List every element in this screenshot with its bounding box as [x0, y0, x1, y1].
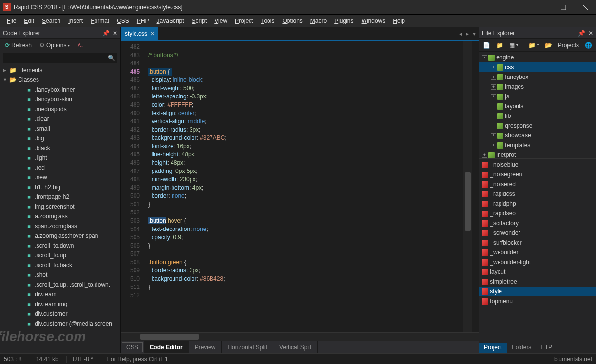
- class-item[interactable]: ◆ .fancybox-inner: [0, 85, 120, 95]
- tab-ftp[interactable]: FTP: [536, 343, 557, 353]
- menu-insert[interactable]: Insert: [64, 16, 87, 26]
- tab-menu-icon[interactable]: ▾: [473, 30, 476, 37]
- menu-options[interactable]: Options: [278, 16, 306, 26]
- hscroll-thumb[interactable]: [140, 334, 199, 340]
- file-_webuilder-light[interactable]: _webuilder-light: [479, 257, 596, 267]
- tree-elements[interactable]: ▶📁 Elements: [0, 65, 120, 75]
- menu-javascript[interactable]: JavaScript: [153, 16, 188, 26]
- panel-close-icon[interactable]: ✕: [113, 30, 117, 37]
- file-layout[interactable]: layout: [479, 267, 596, 277]
- menu-file[interactable]: File: [3, 16, 20, 26]
- maximize-button[interactable]: [552, 0, 574, 15]
- tab-project[interactable]: Project: [479, 343, 507, 353]
- folder-engine[interactable]: - engine: [479, 53, 596, 62]
- class-item[interactable]: ◆ .clear: [0, 114, 120, 124]
- folder-qresponse[interactable]: qresponse: [479, 121, 596, 131]
- code-explorer-tree[interactable]: ▶📁 Elements▼📂 Classes◆ .fancybox-inner◆ …: [0, 64, 120, 353]
- tab-prev-icon[interactable]: ◂: [459, 30, 462, 37]
- tab-stylecss[interactable]: style.css ✕: [121, 27, 158, 40]
- tab-close-icon[interactable]: ✕: [150, 31, 154, 37]
- file-_webuilder[interactable]: _webuilder: [479, 248, 596, 257]
- class-item[interactable]: ◆ .frontpage h2: [0, 192, 120, 202]
- class-item[interactable]: ◆ .light: [0, 153, 120, 163]
- folder-templates[interactable]: + templates: [479, 140, 596, 150]
- class-item[interactable]: ◆ .red: [0, 163, 120, 172]
- class-item[interactable]: ◆ .scroll_to.back: [0, 260, 120, 270]
- file-_noisegreen[interactable]: _noisegreen: [479, 170, 596, 179]
- view-icon[interactable]: ▦▾: [507, 41, 520, 50]
- class-item[interactable]: ◆ div.team: [0, 289, 120, 299]
- class-item[interactable]: ◆ div.customer (@media screen: [0, 319, 120, 328]
- class-item[interactable]: ◆ span.zoomglass: [0, 221, 120, 231]
- class-item[interactable]: ◆ .scroll_to.up, .scroll_to.down,: [0, 280, 120, 289]
- new-folder-icon[interactable]: 📁: [494, 41, 505, 50]
- tab-vertical-split[interactable]: Vertical Split: [273, 341, 318, 353]
- folder-fancybox[interactable]: + fancybox: [479, 72, 596, 82]
- file-_surfblocker[interactable]: _surfblocker: [479, 238, 596, 248]
- file-list[interactable]: _noiseblue _noisegreen _noisered _rapidc…: [479, 159, 596, 343]
- class-item[interactable]: ◆ .shot: [0, 270, 120, 280]
- tab-horizontal-split[interactable]: Horizontal Split: [222, 341, 273, 353]
- search-icon[interactable]: 🔍: [106, 55, 117, 61]
- tab-folders[interactable]: Folders: [507, 343, 536, 353]
- menu-windows[interactable]: Windows: [358, 16, 389, 26]
- menu-help[interactable]: Help: [389, 16, 409, 26]
- file-topmenu[interactable]: topmenu: [479, 296, 596, 306]
- tree-classes[interactable]: ▼📂 Classes: [0, 75, 120, 85]
- class-item[interactable]: ◆ a.zoomglass:hover span: [0, 231, 120, 241]
- class-item[interactable]: ◆ .meduspods: [0, 104, 120, 114]
- new-file-icon[interactable]: 📄: [481, 41, 492, 50]
- class-item[interactable]: ◆ .new: [0, 172, 120, 182]
- file-_scrfactory[interactable]: _scrfactory: [479, 218, 596, 228]
- close-button[interactable]: [574, 0, 596, 15]
- tab-next-icon[interactable]: ▸: [466, 30, 469, 37]
- menu-macro[interactable]: Macro: [307, 16, 330, 26]
- minimize-button[interactable]: [530, 0, 552, 15]
- globe-icon[interactable]: 🌐: [583, 41, 594, 50]
- editor-hscrollbar[interactable]: [121, 332, 479, 341]
- folder-css[interactable]: + css: [479, 62, 596, 72]
- file-simpletree[interactable]: simpletree: [479, 277, 596, 287]
- vscroll-thumb[interactable]: [465, 172, 471, 231]
- class-item[interactable]: ◆ .small: [0, 124, 120, 134]
- menu-search[interactable]: Search: [38, 16, 64, 26]
- menu-tools[interactable]: Tools: [257, 16, 278, 26]
- menu-edit[interactable]: Edit: [20, 16, 38, 26]
- folder-icon[interactable]: 📁▾: [526, 41, 541, 50]
- folder-images[interactable]: + images: [479, 82, 596, 92]
- file-_noiseblue[interactable]: _noiseblue: [479, 160, 596, 170]
- sort-button[interactable]: A↓: [76, 42, 85, 49]
- folder-layouts[interactable]: layouts: [479, 101, 596, 111]
- class-item[interactable]: ◆ div.customer: [0, 309, 120, 319]
- class-item[interactable]: ◆ h1, h2.big: [0, 182, 120, 192]
- code-editor[interactable]: 4824834844854864874884894904914924934944…: [121, 41, 479, 332]
- class-item[interactable]: ◆ .fancybox-skin: [0, 95, 120, 104]
- folder-lib[interactable]: lib: [479, 111, 596, 121]
- pin-icon[interactable]: 📌: [578, 30, 585, 37]
- pin-icon[interactable]: 📌: [102, 30, 110, 37]
- menu-script[interactable]: Script: [188, 16, 211, 26]
- editor-vscrollbar[interactable]: [463, 41, 472, 332]
- file-_rapidcss[interactable]: _rapidcss: [479, 189, 596, 199]
- file-style[interactable]: style: [479, 287, 596, 296]
- tab-preview[interactable]: Preview: [189, 341, 222, 353]
- search-input[interactable]: [3, 55, 106, 61]
- options-button[interactable]: ⚙Options▾: [38, 41, 72, 50]
- tab-code-editor[interactable]: Code Editor: [144, 341, 189, 353]
- menu-project[interactable]: Project: [231, 16, 257, 26]
- menu-css[interactable]: CSS: [113, 16, 133, 26]
- class-item[interactable]: ◆ div.team img: [0, 299, 120, 309]
- folder-inetprot[interactable]: + inetprot: [479, 150, 596, 159]
- folder-showcase[interactable]: + showcase: [479, 131, 596, 140]
- status-encoding[interactable]: UTF-8 *: [66, 356, 93, 363]
- class-item[interactable]: ◆ img.screenshot: [0, 202, 120, 211]
- open-folder-icon[interactable]: 📂: [543, 41, 554, 50]
- class-item[interactable]: ◆ .scroll_to.up: [0, 250, 120, 260]
- file-_rapidphp[interactable]: _rapidphp: [479, 199, 596, 209]
- class-item[interactable]: ◆ .big: [0, 134, 120, 143]
- folder-tree[interactable]: - engine+ css+ fancybox+ images+ js layo…: [479, 52, 596, 159]
- menu-php[interactable]: PHP: [133, 16, 153, 26]
- folder-js[interactable]: + js: [479, 92, 596, 101]
- file-_rapidseo[interactable]: _rapidseo: [479, 209, 596, 218]
- code-explorer-search[interactable]: 🔍: [3, 53, 117, 63]
